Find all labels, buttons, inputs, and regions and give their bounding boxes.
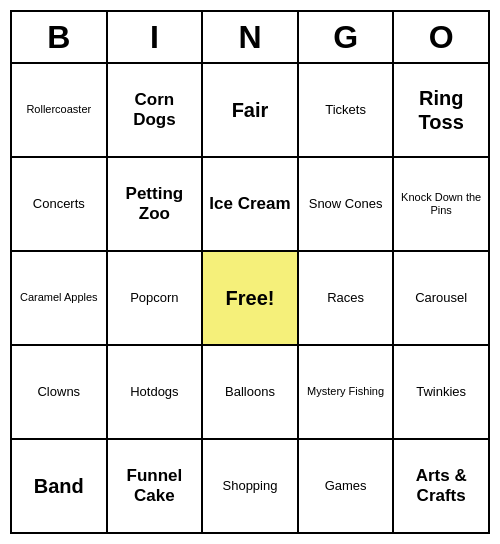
bingo-cell: Rollercoaster xyxy=(12,64,108,156)
bingo-cell: Funnel Cake xyxy=(108,440,204,532)
bingo-row: ClownsHotdogsBalloonsMystery FishingTwin… xyxy=(12,346,488,440)
bingo-cell: Free! xyxy=(203,252,299,344)
bingo-cell: Hotdogs xyxy=(108,346,204,438)
bingo-cell: Tickets xyxy=(299,64,395,156)
bingo-cell: Knock Down the Pins xyxy=(394,158,488,250)
bingo-cell: Band xyxy=(12,440,108,532)
bingo-cell: Caramel Apples xyxy=(12,252,108,344)
bingo-row: RollercoasterCorn DogsFairTicketsRing To… xyxy=(12,64,488,158)
header-letter: O xyxy=(394,12,488,62)
bingo-row: ConcertsPetting ZooIce CreamSnow ConesKn… xyxy=(12,158,488,252)
header-letter: N xyxy=(203,12,299,62)
bingo-cell: Corn Dogs xyxy=(108,64,204,156)
bingo-card: BINGO RollercoasterCorn DogsFairTicketsR… xyxy=(10,10,490,534)
header-letter: G xyxy=(299,12,395,62)
bingo-cell: Carousel xyxy=(394,252,488,344)
bingo-cell: Ice Cream xyxy=(203,158,299,250)
bingo-cell: Arts & Crafts xyxy=(394,440,488,532)
bingo-cell: Games xyxy=(299,440,395,532)
bingo-cell: Balloons xyxy=(203,346,299,438)
bingo-cell: Popcorn xyxy=(108,252,204,344)
bingo-row: BandFunnel CakeShoppingGamesArts & Craft… xyxy=(12,440,488,532)
bingo-cell: Mystery Fishing xyxy=(299,346,395,438)
bingo-cell: Petting Zoo xyxy=(108,158,204,250)
header-letter: I xyxy=(108,12,204,62)
bingo-cell: Twinkies xyxy=(394,346,488,438)
bingo-cell: Races xyxy=(299,252,395,344)
header-letter: B xyxy=(12,12,108,62)
bingo-cell: Concerts xyxy=(12,158,108,250)
bingo-row: Caramel ApplesPopcornFree!RacesCarousel xyxy=(12,252,488,346)
bingo-header: BINGO xyxy=(12,12,488,64)
bingo-cell: Snow Cones xyxy=(299,158,395,250)
bingo-cell: Fair xyxy=(203,64,299,156)
bingo-cell: Ring Toss xyxy=(394,64,488,156)
bingo-body: RollercoasterCorn DogsFairTicketsRing To… xyxy=(12,64,488,532)
bingo-cell: Clowns xyxy=(12,346,108,438)
bingo-cell: Shopping xyxy=(203,440,299,532)
